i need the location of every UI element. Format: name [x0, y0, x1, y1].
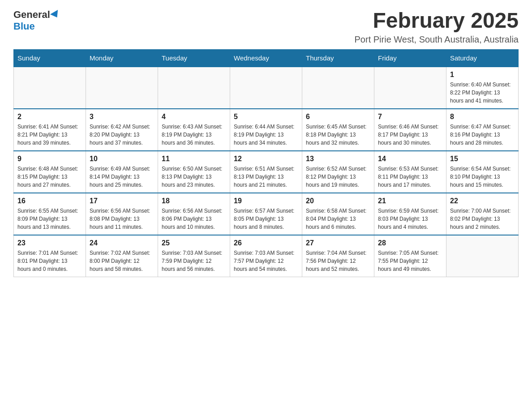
weekday-header-row: SundayMondayTuesdayWednesdayThursdayFrid…	[14, 49, 519, 67]
calendar-cell: 3Sunrise: 6:42 AM Sunset: 8:20 PM Daylig…	[86, 109, 158, 151]
calendar-cell	[446, 235, 519, 277]
calendar-table: SundayMondayTuesdayWednesdayThursdayFrid…	[13, 49, 519, 277]
calendar-cell: 19Sunrise: 6:57 AM Sunset: 8:05 PM Dayli…	[230, 193, 302, 235]
day-number: 21	[378, 197, 442, 205]
calendar-body: 1Sunrise: 6:40 AM Sunset: 8:22 PM Daylig…	[14, 67, 519, 277]
calendar-cell: 9Sunrise: 6:48 AM Sunset: 8:15 PM Daylig…	[14, 151, 86, 193]
calendar-week-row: 23Sunrise: 7:01 AM Sunset: 8:01 PM Dayli…	[14, 235, 519, 277]
day-info: Sunrise: 6:45 AM Sunset: 8:18 PM Dayligh…	[306, 123, 370, 147]
calendar-cell: 16Sunrise: 6:55 AM Sunset: 8:09 PM Dayli…	[14, 193, 86, 235]
calendar-cell: 20Sunrise: 6:58 AM Sunset: 8:04 PM Dayli…	[302, 193, 374, 235]
calendar-week-row: 9Sunrise: 6:48 AM Sunset: 8:15 PM Daylig…	[14, 151, 519, 193]
calendar-cell: 6Sunrise: 6:45 AM Sunset: 8:18 PM Daylig…	[302, 109, 374, 151]
day-info: Sunrise: 7:04 AM Sunset: 7:56 PM Dayligh…	[306, 249, 370, 273]
day-info: Sunrise: 6:53 AM Sunset: 8:11 PM Dayligh…	[378, 165, 442, 189]
day-number: 4	[162, 113, 226, 121]
calendar-cell	[14, 67, 86, 109]
day-number: 10	[90, 155, 154, 163]
day-number: 15	[450, 155, 515, 163]
day-info: Sunrise: 6:55 AM Sunset: 8:09 PM Dayligh…	[17, 207, 82, 231]
weekday-header-friday: Friday	[374, 49, 446, 67]
day-number: 26	[234, 239, 298, 247]
calendar-cell: 7Sunrise: 6:46 AM Sunset: 8:17 PM Daylig…	[374, 109, 446, 151]
day-number: 13	[306, 155, 370, 163]
logo-triangle-icon	[50, 10, 61, 20]
calendar-week-row: 16Sunrise: 6:55 AM Sunset: 8:09 PM Dayli…	[14, 193, 519, 235]
day-number: 12	[234, 155, 298, 163]
day-number: 18	[162, 197, 226, 205]
day-info: Sunrise: 7:01 AM Sunset: 8:01 PM Dayligh…	[17, 249, 82, 273]
day-number: 11	[162, 155, 226, 163]
calendar-cell: 13Sunrise: 6:52 AM Sunset: 8:12 PM Dayli…	[302, 151, 374, 193]
day-info: Sunrise: 6:58 AM Sunset: 8:04 PM Dayligh…	[306, 207, 370, 231]
calendar-cell: 25Sunrise: 7:03 AM Sunset: 7:59 PM Dayli…	[158, 235, 230, 277]
logo: General Blue	[13, 9, 60, 32]
calendar-cell: 10Sunrise: 6:49 AM Sunset: 8:14 PM Dayli…	[86, 151, 158, 193]
day-info: Sunrise: 6:54 AM Sunset: 8:10 PM Dayligh…	[450, 165, 515, 189]
day-number: 3	[90, 113, 154, 121]
calendar-cell: 12Sunrise: 6:51 AM Sunset: 8:13 PM Dayli…	[230, 151, 302, 193]
day-info: Sunrise: 6:57 AM Sunset: 8:05 PM Dayligh…	[234, 207, 298, 231]
day-info: Sunrise: 7:03 AM Sunset: 7:57 PM Dayligh…	[234, 249, 298, 273]
day-info: Sunrise: 6:48 AM Sunset: 8:15 PM Dayligh…	[17, 165, 82, 189]
day-number: 14	[378, 155, 442, 163]
weekday-header-sunday: Sunday	[14, 49, 86, 67]
calendar-header: SundayMondayTuesdayWednesdayThursdayFrid…	[14, 49, 519, 67]
calendar-cell: 8Sunrise: 6:47 AM Sunset: 8:16 PM Daylig…	[446, 109, 519, 151]
day-number: 23	[17, 239, 82, 247]
calendar-cell: 14Sunrise: 6:53 AM Sunset: 8:11 PM Dayli…	[374, 151, 446, 193]
calendar-cell: 4Sunrise: 6:43 AM Sunset: 8:19 PM Daylig…	[158, 109, 230, 151]
logo-general-text: General	[13, 9, 50, 21]
weekday-header-wednesday: Wednesday	[230, 49, 302, 67]
day-info: Sunrise: 7:05 AM Sunset: 7:55 PM Dayligh…	[378, 249, 442, 273]
day-number: 20	[306, 197, 370, 205]
day-info: Sunrise: 6:40 AM Sunset: 8:22 PM Dayligh…	[450, 81, 515, 105]
calendar-cell: 26Sunrise: 7:03 AM Sunset: 7:57 PM Dayli…	[230, 235, 302, 277]
calendar-cell: 27Sunrise: 7:04 AM Sunset: 7:56 PM Dayli…	[302, 235, 374, 277]
calendar-cell	[158, 67, 230, 109]
day-number: 16	[17, 197, 82, 205]
day-info: Sunrise: 6:43 AM Sunset: 8:19 PM Dayligh…	[162, 123, 226, 147]
calendar-cell: 2Sunrise: 6:41 AM Sunset: 8:21 PM Daylig…	[14, 109, 86, 151]
logo-blue-text: Blue	[13, 21, 35, 32]
day-number: 27	[306, 239, 370, 247]
weekday-header-tuesday: Tuesday	[158, 49, 230, 67]
title-section: February 2025 Port Pirie West, South Aus…	[355, 9, 519, 45]
calendar-cell: 18Sunrise: 6:56 AM Sunset: 8:06 PM Dayli…	[158, 193, 230, 235]
location-title: Port Pirie West, South Australia, Austra…	[355, 34, 519, 45]
day-info: Sunrise: 6:49 AM Sunset: 8:14 PM Dayligh…	[90, 165, 154, 189]
calendar-cell: 24Sunrise: 7:02 AM Sunset: 8:00 PM Dayli…	[86, 235, 158, 277]
calendar-cell: 28Sunrise: 7:05 AM Sunset: 7:55 PM Dayli…	[374, 235, 446, 277]
month-title: February 2025	[355, 9, 519, 33]
calendar-cell: 22Sunrise: 7:00 AM Sunset: 8:02 PM Dayli…	[446, 193, 519, 235]
day-info: Sunrise: 6:50 AM Sunset: 8:13 PM Dayligh…	[162, 165, 226, 189]
day-number: 22	[450, 197, 515, 205]
day-number: 28	[378, 239, 442, 247]
day-info: Sunrise: 6:42 AM Sunset: 8:20 PM Dayligh…	[90, 123, 154, 147]
day-info: Sunrise: 6:44 AM Sunset: 8:19 PM Dayligh…	[234, 123, 298, 147]
calendar-cell: 1Sunrise: 6:40 AM Sunset: 8:22 PM Daylig…	[446, 67, 519, 109]
day-info: Sunrise: 6:47 AM Sunset: 8:16 PM Dayligh…	[450, 123, 515, 147]
day-info: Sunrise: 7:00 AM Sunset: 8:02 PM Dayligh…	[450, 207, 515, 231]
day-info: Sunrise: 6:52 AM Sunset: 8:12 PM Dayligh…	[306, 165, 370, 189]
day-info: Sunrise: 7:03 AM Sunset: 7:59 PM Dayligh…	[162, 249, 226, 273]
day-number: 2	[17, 113, 82, 121]
day-info: Sunrise: 7:02 AM Sunset: 8:00 PM Dayligh…	[90, 249, 154, 273]
day-number: 24	[90, 239, 154, 247]
calendar-week-row: 2Sunrise: 6:41 AM Sunset: 8:21 PM Daylig…	[14, 109, 519, 151]
day-number: 25	[162, 239, 226, 247]
day-number: 8	[450, 113, 515, 121]
calendar-cell: 23Sunrise: 7:01 AM Sunset: 8:01 PM Dayli…	[14, 235, 86, 277]
day-info: Sunrise: 6:41 AM Sunset: 8:21 PM Dayligh…	[17, 123, 82, 147]
calendar-cell: 11Sunrise: 6:50 AM Sunset: 8:13 PM Dayli…	[158, 151, 230, 193]
weekday-header-thursday: Thursday	[302, 49, 374, 67]
day-number: 5	[234, 113, 298, 121]
calendar-cell: 21Sunrise: 6:59 AM Sunset: 8:03 PM Dayli…	[374, 193, 446, 235]
day-info: Sunrise: 6:59 AM Sunset: 8:03 PM Dayligh…	[378, 207, 442, 231]
calendar-cell	[374, 67, 446, 109]
day-number: 1	[450, 71, 515, 79]
day-number: 17	[90, 197, 154, 205]
day-number: 7	[378, 113, 442, 121]
weekday-header-monday: Monday	[86, 49, 158, 67]
day-number: 19	[234, 197, 298, 205]
